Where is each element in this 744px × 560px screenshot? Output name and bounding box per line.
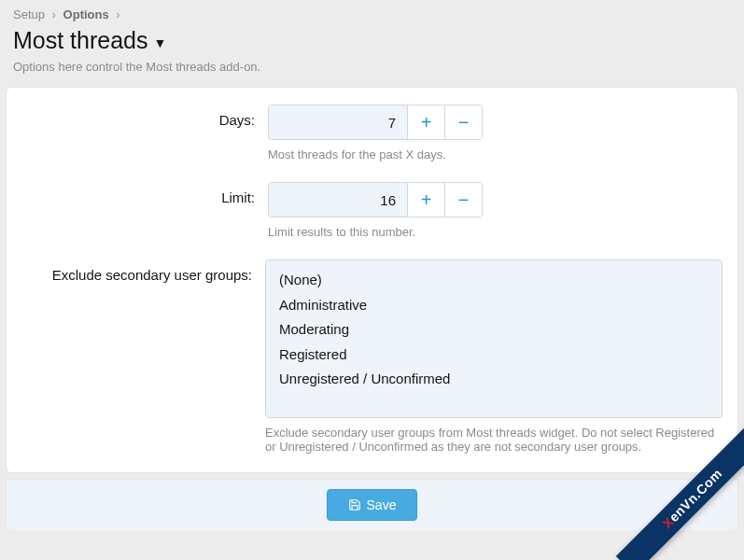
limit-spinbox: + −	[268, 182, 483, 217]
field-exclude: Exclude secondary user groups: (None) Ad…	[7, 258, 737, 472]
chevron-right-icon: ›	[49, 7, 60, 21]
limit-help: Limit results to this number.	[268, 217, 723, 239]
field-limit: Limit: + − Limit results to this number.	[7, 180, 737, 258]
days-help: Most threads for the past X days.	[268, 140, 723, 161]
chevron-right-icon: ›	[112, 7, 123, 21]
breadcrumb-setup[interactable]: Setup	[13, 7, 45, 21]
breadcrumb: Setup › Options ›	[0, 0, 744, 25]
exclude-option[interactable]: Unregistered / Unconfirmed	[279, 367, 709, 392]
save-button[interactable]: Save	[327, 489, 418, 521]
days-input[interactable]	[269, 105, 407, 139]
exclude-option[interactable]: Moderating	[279, 317, 709, 343]
days-label: Days:	[21, 105, 268, 128]
save-icon	[348, 498, 361, 511]
days-spinbox: + −	[268, 105, 483, 140]
exclude-listbox[interactable]: (None) Administrative Moderating Registe…	[265, 259, 723, 418]
options-panel: Days: + − Most threads for the past X da…	[6, 87, 738, 473]
save-button-label: Save	[367, 497, 397, 512]
page-title-menu[interactable]: Most threads ▼	[0, 25, 744, 60]
page-title: Most threads	[13, 27, 148, 54]
exclude-option[interactable]: (None)	[279, 268, 709, 293]
page-description: Options here control the Most threads ad…	[0, 60, 744, 87]
caret-down-icon: ▼	[154, 35, 167, 50]
field-days: Days: + − Most threads for the past X da…	[7, 103, 737, 180]
footer-bar: Save	[6, 479, 738, 530]
days-increment-button[interactable]: +	[407, 105, 444, 139]
exclude-help: Exclude secondary user groups from Most …	[265, 418, 723, 454]
exclude-option[interactable]: Registered	[279, 343, 709, 368]
limit-input[interactable]	[269, 183, 407, 217]
exclude-option[interactable]: Administrative	[279, 293, 709, 318]
limit-label: Limit:	[21, 182, 268, 205]
exclude-label: Exclude secondary user groups:	[21, 259, 265, 283]
limit-decrement-button[interactable]: −	[444, 183, 482, 217]
days-decrement-button[interactable]: −	[444, 105, 482, 139]
limit-increment-button[interactable]: +	[407, 183, 444, 217]
breadcrumb-options[interactable]: Options	[63, 7, 109, 21]
